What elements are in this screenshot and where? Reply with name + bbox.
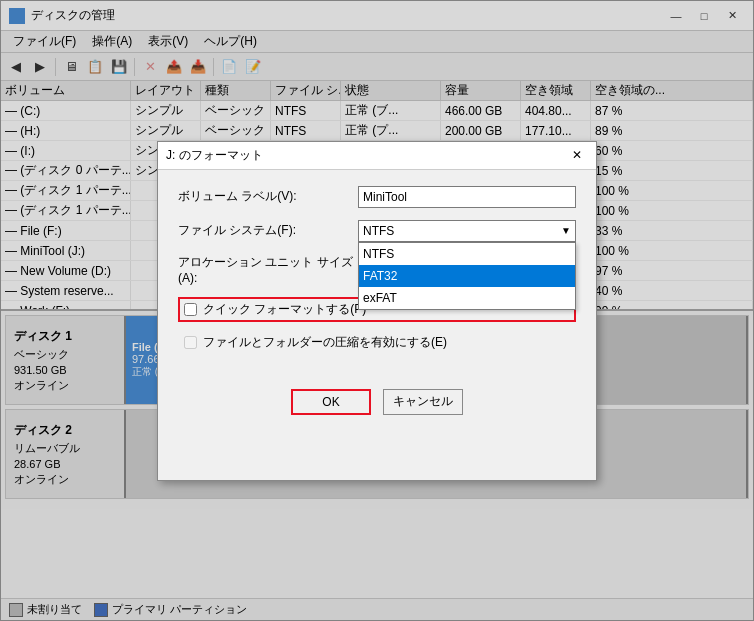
fs-control: NTFS ▼ NTFS FAT32 exFAT	[358, 220, 576, 242]
quick-format-label[interactable]: クイック フォーマットする(P)	[203, 301, 366, 318]
fs-option-fat32[interactable]: FAT32	[359, 265, 575, 287]
dialog-close-button[interactable]: ✕	[566, 145, 588, 165]
volume-label-row: ボリューム ラベル(V):	[178, 186, 576, 208]
compress-row: ファイルとフォルダーの圧縮を有効にする(E)	[178, 330, 576, 355]
compress-checkbox[interactable]	[184, 336, 197, 349]
fs-row: ファイル システム(F): NTFS ▼ NTFS FAT32 exFAT	[178, 220, 576, 242]
alloc-label: アロケーション ユニット サイズ(A):	[178, 254, 358, 285]
ok-button[interactable]: OK	[291, 389, 371, 415]
fs-select-wrapper: NTFS ▼ NTFS FAT32 exFAT	[358, 220, 576, 242]
fs-dropdown-list: NTFS FAT32 exFAT	[358, 242, 576, 310]
volume-label-label: ボリューム ラベル(V):	[178, 188, 358, 205]
fs-option-ntfs[interactable]: NTFS	[359, 243, 575, 265]
quick-format-checkbox[interactable]	[184, 303, 197, 316]
volume-label-input[interactable]	[358, 186, 576, 208]
cancel-button[interactable]: キャンセル	[383, 389, 463, 415]
dialog-title: J: のフォーマット	[166, 147, 263, 164]
dialog-title-bar: J: のフォーマット ✕	[158, 142, 596, 170]
fs-label: ファイル システム(F):	[178, 222, 358, 239]
volume-label-control	[358, 186, 576, 208]
format-dialog: J: のフォーマット ✕ ボリューム ラベル(V): ファイル システム(F):…	[157, 141, 597, 481]
fs-chevron-icon: ▼	[561, 225, 571, 236]
dialog-overlay: J: のフォーマット ✕ ボリューム ラベル(V): ファイル システム(F):…	[0, 0, 754, 621]
compress-label: ファイルとフォルダーの圧縮を有効にする(E)	[203, 334, 447, 351]
dialog-footer: OK キャンセル	[158, 379, 596, 431]
fs-option-exfat[interactable]: exFAT	[359, 287, 575, 309]
dialog-body: ボリューム ラベル(V): ファイル システム(F): NTFS ▼ NTFS	[158, 170, 596, 379]
fs-select-display[interactable]: NTFS ▼	[358, 220, 576, 242]
